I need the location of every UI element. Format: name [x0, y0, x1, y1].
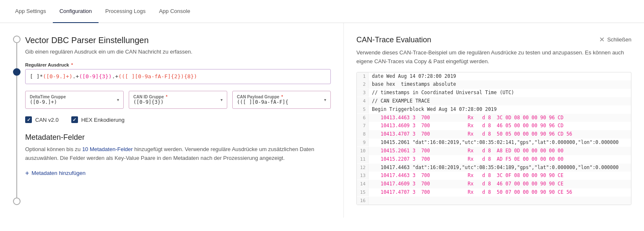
metadata-description: Optional können bis zu 10 Metadaten-Feld…: [25, 145, 331, 163]
line-number: 8: [357, 130, 369, 138]
metadata-section: Metadaten-Felder Optional können bis zu …: [25, 133, 331, 177]
line-content: 10413.4463 3 700 Rx d 8 3C 0D 08 00 00 9…: [369, 114, 631, 122]
deltatime-dropdown[interactable]: DeltaTime Gruppe ([0-9.]+) ▾: [25, 91, 124, 109]
hex-encoding-checkbox[interactable]: HEX Enkodierung: [71, 116, 125, 123]
table-row: 6 10413.4463 3 700 Rx d 8 3C 0D 08 00 00…: [357, 114, 631, 122]
line-number: 14: [357, 180, 369, 188]
line-number: 12: [357, 164, 369, 172]
close-label: Schließen: [607, 36, 631, 43]
table-row: 1date Wed Aug 14 07:28:00 2019: [357, 72, 631, 81]
checkboxes-row: CAN v2.0 HEX Enkodierung: [25, 116, 331, 123]
line-number: 1: [357, 72, 369, 80]
section-description: Gib einen regulären Ausdruck ein um die …: [25, 49, 331, 55]
line-number: 13: [357, 172, 369, 180]
line-number: 15: [357, 188, 369, 196]
add-metadata-label: Metadaten hinzufügen: [31, 170, 86, 176]
payload-dropdown[interactable]: CAN Payload Gruppe * (([ ][0-9a-fA-F]{ ▾: [232, 91, 331, 109]
line-content: 10417.4463 "dat":16:08:2019,"utc":08:35:…: [369, 164, 631, 172]
right-panel-header: CAN-Trace Evaluation ✕ Schließen: [356, 36, 631, 44]
timeline-circle-mid: [13, 68, 21, 76]
line-number: 6: [357, 114, 369, 122]
line-number: 3: [357, 89, 369, 97]
line-content: 10415.2061 3 700 Rx d 8 A8 ED 0D 00 00 0…: [369, 147, 631, 155]
line-number: 16: [357, 197, 369, 205]
checkbox-checked-icon: [71, 116, 78, 123]
canid-dropdown[interactable]: CAN ID Gruppe * ([0-9]{3}) ▾: [129, 91, 227, 109]
regex-label: Regulärer Ausdruck *: [25, 62, 331, 67]
nav-tab-configuration[interactable]: Configuration: [53, 0, 99, 23]
nav-tab-app-console[interactable]: App Console: [152, 0, 197, 23]
close-button[interactable]: ✕ Schließen: [599, 36, 631, 44]
line-content: date Wed Aug 14 07:28:00 2019: [369, 72, 631, 81]
table-row: 7 10413.4609 3 700 Rx d 8 46 05 00 00 00…: [357, 122, 631, 130]
table-row: 8 10413.4707 3 700 Rx d 8 50 05 00 00 00…: [357, 130, 631, 139]
hex-encoding-label: HEX Enkodierung: [81, 117, 125, 123]
canv20-checkbox[interactable]: CAN v2.0: [25, 116, 59, 123]
table-row: 2base hex timestamps absolute: [357, 80, 631, 89]
metadata-title: Metadaten-Felder: [25, 133, 331, 142]
canv20-label: CAN v2.0: [35, 117, 59, 123]
table-row: 4// CAN EXAMPLE TRACE: [357, 97, 631, 105]
right-panel-description: Verwende dieses CAN-Trace-Beispiel um di…: [356, 49, 631, 66]
regex-input[interactable]: [ ]*([0-9.]+).+([0-9]{3}).+(([ ][0-9a-fA…: [25, 69, 331, 84]
dropdowns-row: DeltaTime Gruppe ([0-9.]+) ▾ CAN ID Grup…: [25, 91, 331, 109]
line-content: 10417.4707 3 700 Rx d 8 50 07 00 00 00 9…: [369, 188, 631, 197]
line-content: 10413.4609 3 700 Rx d 8 46 05 00 00 00 9…: [369, 122, 631, 130]
regex-field-wrapper: Regulärer Ausdruck * [ ]*([0-9.]+).+([0-…: [25, 62, 331, 84]
right-panel-title: CAN-Trace Evaluation: [356, 36, 431, 44]
right-panel: CAN-Trace Evaluation ✕ Schließen Verwend…: [344, 23, 644, 218]
main-content: Vector DBC Parser Einstellungen Gib eine…: [0, 23, 644, 218]
line-content: // timestamps in Coordinated Universal T…: [369, 89, 631, 97]
section-title: Vector DBC Parser Einstellungen: [25, 36, 331, 45]
table-row: 16: [357, 197, 631, 205]
line-content: 10415.2207 3 700 Rx d 8 AD F5 0E 00 00 0…: [369, 155, 631, 164]
nav-tabs: App SettingsConfigurationProcessing Logs…: [0, 0, 644, 23]
timeline-line-bottom: [16, 76, 17, 198]
table-row: 12 10417.4463 "dat":16:08:2019,"utc":08:…: [357, 164, 631, 172]
line-number: 5: [357, 105, 369, 113]
table-row: 3// timestamps in Coordinated Universal …: [357, 89, 631, 97]
line-content: 10413.4707 3 700 Rx d 8 50 05 00 00 00 9…: [369, 130, 631, 139]
line-number: 11: [357, 155, 369, 163]
timeline-circle-top: [13, 36, 21, 43]
line-number: 4: [357, 97, 369, 105]
line-number: 9: [357, 139, 369, 146]
table-row: 15 10417.4707 3 700 Rx d 8 50 07 00 00 0…: [357, 188, 631, 197]
table-row: 9 10415.2061 "dat":16:08:2019,"utc":08:3…: [357, 139, 631, 147]
table-row: 5Begin Triggerblock Wed Aug 14 07:28:00 …: [357, 105, 631, 114]
line-content: [369, 197, 631, 198]
line-content: Begin Triggerblock Wed Aug 14 07:28:00 2…: [369, 105, 631, 114]
table-row: 11 10415.2207 3 700 Rx d 8 AD F5 0E 00 0…: [357, 155, 631, 164]
nav-tab-app-settings[interactable]: App Settings: [8, 0, 53, 23]
checkbox-checked-icon: [25, 116, 32, 123]
close-icon: ✕: [599, 36, 605, 44]
code-viewer[interactable]: 1date Wed Aug 14 07:28:00 20192base hex …: [356, 72, 631, 205]
chevron-down-icon: ▾: [221, 98, 223, 102]
timeline-circle-bot: [13, 198, 21, 205]
left-panel: Vector DBC Parser Einstellungen Gib eine…: [0, 23, 344, 218]
add-metadata-button[interactable]: + Metadaten hinzufügen: [25, 169, 86, 177]
line-number: 10: [357, 147, 369, 155]
line-content: 10417.4609 3 700 Rx d 8 46 07 00 00 00 9…: [369, 180, 631, 188]
table-row: 13 10417.4463 3 700 Rx d 8 3C 0F 08 00 0…: [357, 172, 631, 180]
line-number: 2: [357, 80, 369, 88]
line-content: // CAN EXAMPLE TRACE: [369, 97, 631, 105]
line-content: 10417.4463 3 700 Rx d 8 3C 0F 08 00 00 9…: [369, 172, 631, 180]
line-content: base hex timestamps absolute: [369, 80, 631, 89]
table-row: 10 10415.2061 3 700 Rx d 8 A8 ED 0D 00 0…: [357, 147, 631, 155]
line-content: 10415.2061 "dat":16:08:2019,"utc":08:35:…: [369, 139, 631, 147]
chevron-down-icon: ▾: [117, 98, 119, 102]
timeline-line-top: [16, 43, 17, 68]
timeline: [13, 36, 21, 205]
table-row: 14 10417.4609 3 700 Rx d 8 46 07 00 00 0…: [357, 180, 631, 188]
nav-tab-processing-logs[interactable]: Processing Logs: [99, 0, 152, 23]
line-number: 7: [357, 122, 369, 130]
chevron-down-icon: ▾: [324, 98, 326, 102]
plus-icon: +: [25, 169, 29, 177]
